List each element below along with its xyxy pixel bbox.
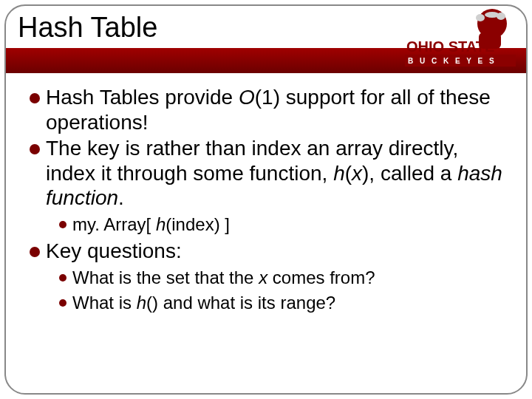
bullet-text: What is h() and what is its range?: [72, 292, 335, 314]
bullet-dot-icon: [30, 144, 40, 154]
logo-text-ohiostate: OHIO STATE: [406, 38, 494, 55]
content-area: Hash Tables provide O(1) support for all…: [6, 73, 526, 323]
bullet-text: The key is rather than index an array di…: [46, 136, 505, 211]
bullet-text: What is the set that the x comes from?: [72, 267, 375, 289]
bullet-dot-icon: [30, 247, 40, 257]
bullet-text: my. Array[ h(index) ]: [72, 214, 230, 236]
bullet-dot-icon: [59, 274, 66, 282]
bullet-level-2: What is h() and what is its range?: [59, 292, 505, 314]
bullet-level-1: The key is rather than index an array di…: [30, 136, 505, 211]
bullet-level-2: my. Array[ h(index) ]: [59, 214, 505, 236]
ohio-state-logo: OHIO STATE B U C K E Y E S: [405, 7, 516, 72]
bullet-dot-icon: [59, 221, 66, 228]
svg-point-4: [485, 12, 499, 18]
svg-point-2: [476, 14, 485, 21]
slide-frame: Hash Table OHIO STATE B U C K E Y E S Ha…: [4, 4, 528, 395]
bullet-text: Key questions:: [46, 239, 182, 264]
buckeyes-logo-icon: OHIO STATE B U C K E Y E S: [405, 7, 516, 72]
bullet-text: Hash Tables provide O(1) support for all…: [46, 85, 505, 134]
bullet-level-1: Hash Tables provide O(1) support for all…: [30, 85, 505, 134]
bullet-level-1: Key questions:: [30, 239, 505, 264]
logo-text-buckeyes: B U C K E Y E S: [408, 57, 497, 65]
bullet-dot-icon: [59, 299, 66, 307]
bullet-dot-icon: [30, 93, 40, 103]
bullet-level-2: What is the set that the x comes from?: [59, 267, 505, 289]
